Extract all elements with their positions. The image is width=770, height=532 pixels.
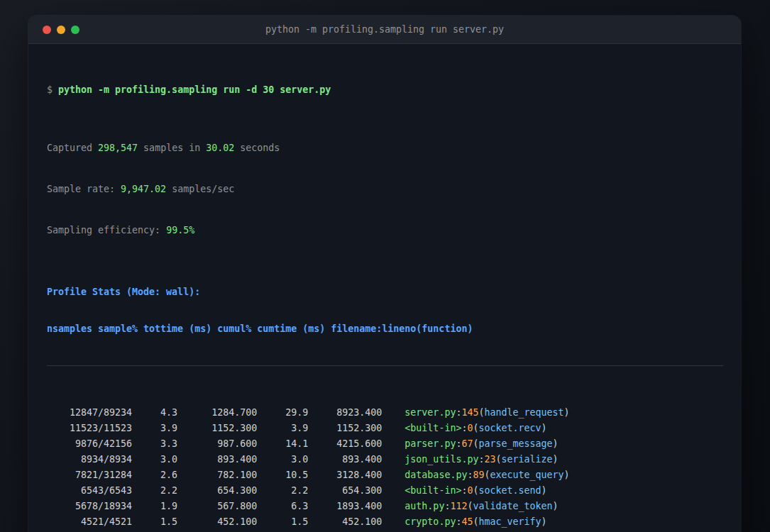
sample-rate-line: Sample rate: 9,947.02 samples/sec (47, 179, 723, 199)
stats-table-row: 8934/8934 3.0 893.400 3.0 893.400 json_u… (47, 452, 723, 467)
stats-table-row: 12847/89234 4.3 1284.700 29.9 8923.400 s… (47, 405, 723, 421)
stats-table-row: 9876/42156 3.3 987.600 14.1 4215.600 par… (47, 436, 723, 452)
stats-table: 12847/89234 4.3 1284.700 29.9 8923.400 s… (47, 405, 723, 532)
minimize-button[interactable] (57, 26, 65, 34)
terminal-window: python -m profiling.sampling run server.… (28, 16, 741, 532)
stats-table-row: 6543/6543 2.2 654.300 2.2 654.300 <built… (47, 483, 723, 499)
table-divider (47, 365, 723, 366)
terminal-output: $ python -m profiling.sampling run -d 30… (28, 44, 741, 532)
titlebar[interactable]: python -m profiling.sampling run server.… (28, 16, 741, 44)
close-button[interactable] (43, 26, 51, 34)
stats-table-row: 5678/18934 1.9 567.800 6.3 1893.400 auth… (47, 499, 723, 514)
maximize-button[interactable] (71, 26, 79, 34)
profile-stats-title: Profile Stats (Mode: wall): (47, 284, 723, 300)
traffic-lights (28, 26, 99, 34)
command-prompt-line: $ python -m profiling.sampling run -d 30… (47, 82, 723, 98)
stats-table-row: 7821/31284 2.6 782.100 10.5 3128.400 dat… (47, 467, 723, 483)
stats-table-header: nsamples sample% tottime (ms) cumul% cum… (47, 321, 723, 337)
stats-table-row: 11523/11523 3.9 1152.300 3.9 1152.300 <b… (47, 421, 723, 436)
captured-samples-line: Captured 298,547 samples in 30.02 second… (47, 138, 723, 158)
window-title: python -m profiling.sampling run server.… (99, 24, 670, 35)
stats-table-row: 4521/4521 1.5 452.100 1.5 452.100 crypto… (47, 514, 723, 530)
sampling-efficiency-line: Sampling efficiency: 99.5% (47, 221, 723, 240)
